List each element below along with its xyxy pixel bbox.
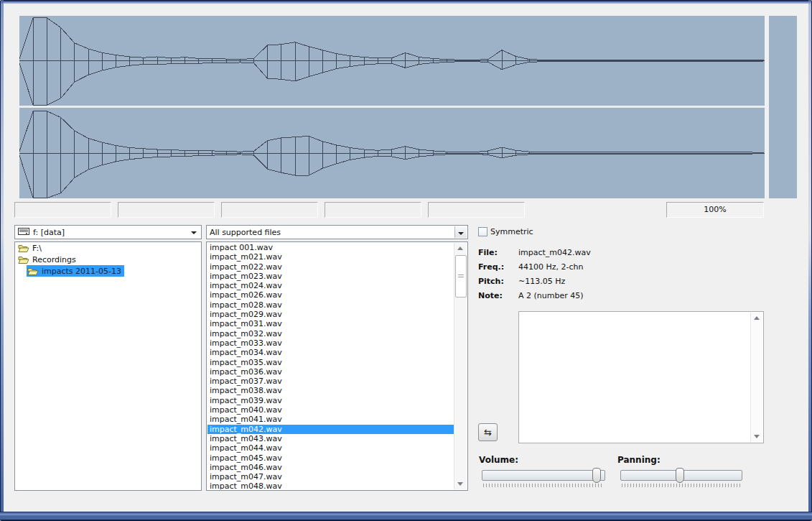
window-frame-right xyxy=(808,0,812,521)
volume-slider-track[interactable] xyxy=(482,470,605,481)
note-value: A 2 (number 45) xyxy=(518,291,584,300)
file-filter-selector[interactable]: All supported files xyxy=(206,225,468,239)
waveform-side-panel xyxy=(769,16,797,198)
list-item[interactable]: impact 001.wav xyxy=(207,243,454,252)
list-item[interactable]: impact_m040.wav xyxy=(207,405,454,415)
triangle-down-icon xyxy=(457,482,463,486)
note-label: Note: xyxy=(478,291,503,300)
status-field xyxy=(14,202,111,218)
list-item[interactable]: impact_m031.wav xyxy=(207,319,454,328)
file-value: impact_m042.wav xyxy=(518,248,591,257)
waveform-channel-left[interactable] xyxy=(19,16,765,106)
file-list-scrollbar[interactable] xyxy=(454,243,467,489)
folder-icon xyxy=(18,255,29,264)
volume-label: Volume: xyxy=(479,455,518,465)
app-window: 100% f: [data] All supported files F:\Re… xyxy=(0,0,812,521)
comment-box[interactable] xyxy=(518,311,764,443)
list-item[interactable]: impact_m038.wav xyxy=(207,386,454,395)
list-item[interactable]: impact_m035.wav xyxy=(207,358,454,367)
list-item[interactable]: impact_m024.wav xyxy=(207,281,454,290)
list-item[interactable]: impact_m022.wav xyxy=(207,262,454,272)
list-item[interactable]: impact_m046.wav xyxy=(207,463,454,472)
list-item[interactable]: impact_m028.wav xyxy=(207,300,454,310)
list-item[interactable]: impact_m044.wav xyxy=(207,443,454,453)
drive-selector[interactable]: f: [data] xyxy=(14,225,202,239)
swap-arrows-icon: ⇆ xyxy=(484,427,492,438)
file-list[interactable]: impact 001.wavimpact_m021.wavimpact_m022… xyxy=(206,241,468,491)
list-item[interactable]: impact_m041.wav xyxy=(207,415,454,424)
list-item[interactable]: impact_m039.wav xyxy=(207,396,454,405)
checkbox-box[interactable] xyxy=(478,227,487,236)
freq-label: Freq.: xyxy=(478,262,504,272)
list-item[interactable]: impact_m029.wav xyxy=(207,310,454,319)
list-item[interactable]: impact_m048.wav xyxy=(207,481,454,489)
volume-slider[interactable] xyxy=(482,470,605,489)
folder-icon xyxy=(18,244,29,253)
panning-label: Panning: xyxy=(617,455,661,465)
file-list-items[interactable]: impact 001.wavimpact_m021.wavimpact_m022… xyxy=(207,243,454,489)
panning-slider-thumb[interactable] xyxy=(676,468,684,483)
scroll-up-button[interactable] xyxy=(454,243,467,254)
list-item[interactable]: impact_m032.wav xyxy=(207,329,454,338)
list-item[interactable]: impact_m033.wav xyxy=(207,338,454,348)
folder-tree[interactable]: F:\Recordingsimpacts 2011-05-13 xyxy=(14,241,202,491)
list-item[interactable]: impact_m034.wav xyxy=(207,348,454,357)
zoom-level-field: 100% xyxy=(666,202,764,218)
scroll-up-button[interactable] xyxy=(751,313,763,323)
list-item[interactable]: impact_m023.wav xyxy=(207,272,454,281)
list-item[interactable]: impact_m047.wav xyxy=(207,472,454,481)
panning-slider-ticks xyxy=(622,484,741,487)
waveform-channel-right[interactable] xyxy=(19,108,765,198)
window-frame-top xyxy=(0,0,812,4)
tree-item-label: Recordings xyxy=(32,255,76,264)
freq-value: 44100 Hz, 2-chn xyxy=(518,262,584,272)
dropdown-button[interactable] xyxy=(454,226,467,238)
tree-item[interactable]: F:\ xyxy=(15,242,201,254)
triangle-up-icon xyxy=(754,316,760,320)
volume-slider-thumb[interactable] xyxy=(592,468,601,483)
list-item[interactable]: impact_m042.wav xyxy=(207,425,454,434)
list-item[interactable]: impact_m037.wav xyxy=(207,377,454,386)
list-item[interactable]: impact_m021.wav xyxy=(207,252,454,262)
symmetric-label: Symmetric xyxy=(490,227,533,236)
symmetric-checkbox[interactable]: Symmetric xyxy=(478,227,533,236)
waveform-display[interactable] xyxy=(19,16,765,198)
scroll-down-button[interactable] xyxy=(751,431,763,442)
pitch-label: Pitch: xyxy=(478,277,504,286)
panning-slider[interactable] xyxy=(620,470,742,489)
file-label: File: xyxy=(478,248,498,257)
status-field xyxy=(428,202,525,218)
volume-slider-ticks xyxy=(483,484,604,487)
tree-item-label: F:\ xyxy=(32,244,42,253)
chevron-down-icon xyxy=(191,231,197,234)
tree-item[interactable]: Recordings xyxy=(15,254,201,265)
drive-icon xyxy=(18,227,29,238)
tree-item[interactable]: impacts 2011-05-13 xyxy=(15,265,201,277)
scroll-down-button[interactable] xyxy=(454,479,467,489)
list-item[interactable]: impact_m043.wav xyxy=(207,434,454,443)
status-field xyxy=(325,202,421,218)
list-item[interactable]: impact_m036.wav xyxy=(207,367,454,377)
drive-selector-value: f: [data] xyxy=(33,228,65,237)
tree-item-label: impacts 2011-05-13 xyxy=(42,267,121,276)
folder-icon xyxy=(27,267,39,276)
triangle-up-icon xyxy=(457,246,463,250)
list-item[interactable]: impact_m026.wav xyxy=(207,290,454,300)
window-frame-bottom xyxy=(0,512,812,521)
chevron-down-icon xyxy=(458,232,464,235)
file-filter-value: All supported files xyxy=(210,228,281,237)
list-item[interactable]: impact_m045.wav xyxy=(207,453,454,463)
triangle-down-icon xyxy=(754,435,760,438)
grip-icon xyxy=(458,275,464,279)
swap-button[interactable]: ⇆ xyxy=(478,423,498,441)
scrollbar-thumb[interactable] xyxy=(455,255,467,298)
comment-scrollbar[interactable] xyxy=(750,313,762,442)
status-field xyxy=(221,202,318,218)
pitch-value: ~113.05 Hz xyxy=(518,277,565,286)
window-frame-left xyxy=(0,0,4,521)
status-field xyxy=(118,202,215,218)
